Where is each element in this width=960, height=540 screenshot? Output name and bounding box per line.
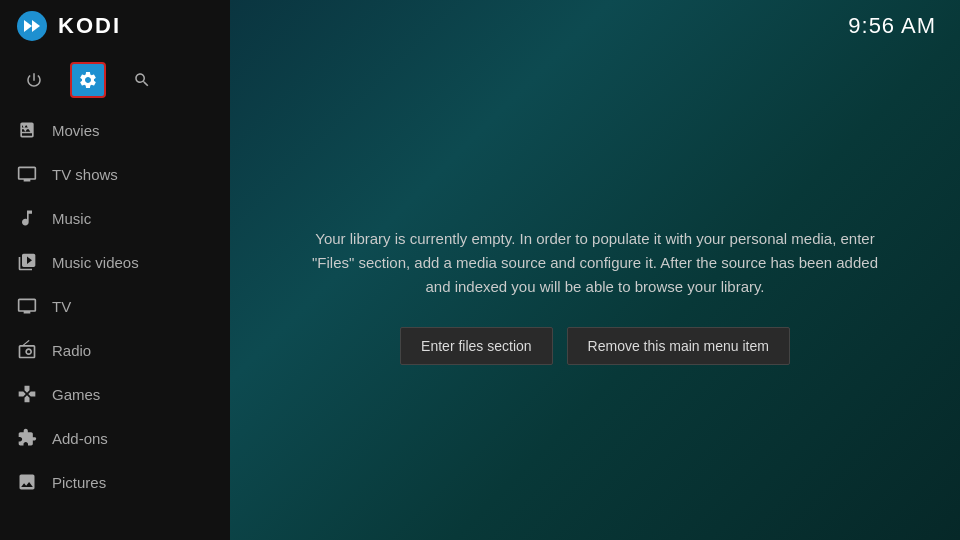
power-button[interactable] — [16, 62, 52, 98]
sidebar-item-tv[interactable]: TV — [0, 284, 230, 328]
sidebar-item-musicvideos-label: Music videos — [52, 254, 139, 271]
sidebar-item-tvshows-label: TV shows — [52, 166, 118, 183]
library-empty-text: Your library is currently empty. In orde… — [305, 227, 885, 299]
sidebar-item-music-label: Music — [52, 210, 91, 227]
sidebar-item-radio[interactable]: Radio — [0, 328, 230, 372]
radio-icon — [16, 339, 38, 361]
sidebar-item-movies-label: Movies — [52, 122, 100, 139]
tvshows-icon — [16, 163, 38, 185]
enter-files-button[interactable]: Enter files section — [400, 327, 553, 365]
addons-icon — [16, 427, 38, 449]
sidebar-item-pictures-label: Pictures — [52, 474, 106, 491]
search-button[interactable] — [124, 62, 160, 98]
action-buttons: Enter files section Remove this main men… — [400, 327, 790, 365]
movies-icon — [16, 119, 38, 141]
pictures-icon — [16, 471, 38, 493]
remove-menu-item-button[interactable]: Remove this main menu item — [567, 327, 790, 365]
musicvideos-icon — [16, 251, 38, 273]
sidebar-item-pictures[interactable]: Pictures — [0, 460, 230, 504]
sidebar-item-music[interactable]: Music — [0, 196, 230, 240]
sidebar-header: KODI — [0, 0, 230, 52]
sidebar-item-musicvideos[interactable]: Music videos — [0, 240, 230, 284]
top-bar: 9:56 AM — [230, 0, 960, 52]
sidebar-toolbar — [0, 52, 230, 108]
sidebar-item-movies[interactable]: Movies — [0, 108, 230, 152]
time-display: 9:56 AM — [848, 13, 936, 39]
app-title: KODI — [58, 13, 121, 39]
games-icon — [16, 383, 38, 405]
sidebar: KODI Movies — [0, 0, 230, 540]
sidebar-item-games-label: Games — [52, 386, 100, 403]
kodi-logo-icon — [16, 10, 48, 42]
sidebar-menu: Movies TV shows Music — [0, 108, 230, 540]
sidebar-item-radio-label: Radio — [52, 342, 91, 359]
sidebar-item-tvshows[interactable]: TV shows — [0, 152, 230, 196]
sidebar-item-addons[interactable]: Add-ons — [0, 416, 230, 460]
empty-library-message: Your library is currently empty. In orde… — [230, 52, 960, 540]
sidebar-item-addons-label: Add-ons — [52, 430, 108, 447]
tv-icon — [16, 295, 38, 317]
sidebar-item-games[interactable]: Games — [0, 372, 230, 416]
settings-button[interactable] — [70, 62, 106, 98]
main-content: 9:56 AM Your library is currently empty.… — [230, 0, 960, 540]
sidebar-item-tv-label: TV — [52, 298, 71, 315]
music-icon — [16, 207, 38, 229]
